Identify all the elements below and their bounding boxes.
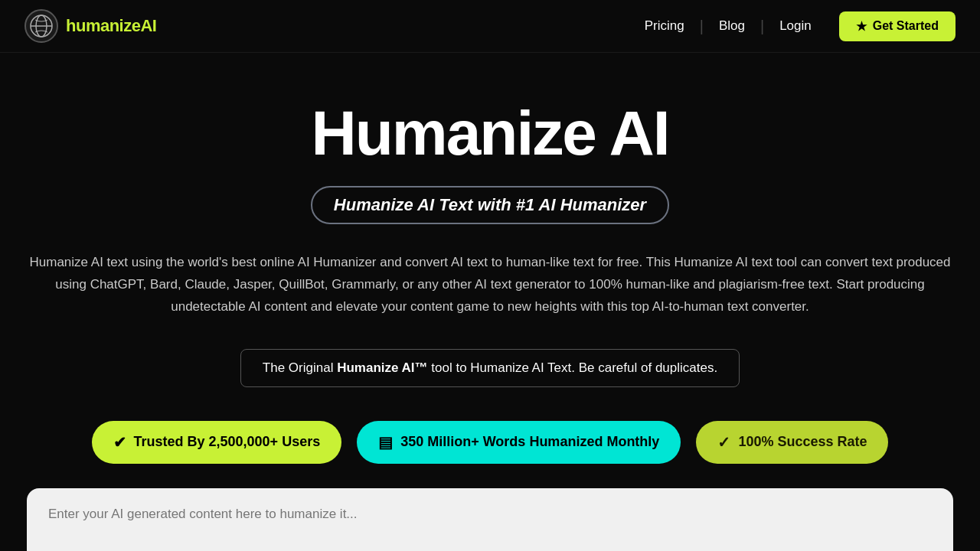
badge-trusted-users: ✔ Trusted By 2,500,000+ Users bbox=[92, 421, 342, 464]
nav-pricing[interactable]: Pricing bbox=[629, 12, 700, 40]
logo-text: humanizeAI bbox=[66, 16, 156, 36]
badge-words-label: 350 Million+ Words Humanized Monthly bbox=[400, 434, 659, 450]
notice-brand: Humanize AI™ bbox=[337, 360, 427, 375]
star-icon: ★ bbox=[856, 19, 867, 34]
checkmark-icon: ✓ bbox=[717, 433, 730, 452]
badge-success-rate: ✓ 100% Success Rate bbox=[696, 421, 888, 464]
subtitle-badge: Humanize AI Text with #1 AI Humanizer bbox=[311, 186, 669, 224]
badge-words-humanized: ▤ 350 Million+ Words Humanized Monthly bbox=[357, 421, 681, 464]
document-icon: ▤ bbox=[378, 433, 393, 452]
notice-suffix: tool to Humanize AI Text. Be careful of … bbox=[428, 360, 718, 375]
notice-box: The Original Humanize AI™ tool to Humani… bbox=[240, 349, 740, 387]
get-started-button[interactable]: ★ Get Started bbox=[839, 11, 956, 41]
nav-blog[interactable]: Blog bbox=[704, 12, 760, 40]
subtitle-text: Humanize AI Text with #1 AI Humanizer bbox=[334, 195, 646, 214]
hero-description: Humanize AI text using the world's best … bbox=[23, 252, 957, 318]
cta-label: Get Started bbox=[873, 19, 939, 33]
content-input-container bbox=[27, 488, 953, 551]
content-textarea[interactable] bbox=[48, 507, 932, 537]
main-content: Humanize AI Humanize AI Text with #1 AI … bbox=[0, 53, 980, 551]
logo-icon bbox=[24, 9, 58, 43]
check-circle-icon: ✔ bbox=[113, 433, 126, 452]
navbar: humanizeAI Pricing | Blog | Login ★ Get … bbox=[0, 0, 980, 53]
nav-links: Pricing | Blog | Login ★ Get Started bbox=[629, 11, 956, 41]
notice-prefix: The Original bbox=[263, 360, 337, 375]
logo[interactable]: humanizeAI bbox=[24, 9, 156, 43]
badge-trusted-label: Trusted By 2,500,000+ Users bbox=[134, 434, 321, 450]
badge-success-label: 100% Success Rate bbox=[738, 434, 867, 450]
page-title: Humanize AI bbox=[311, 99, 668, 168]
badges-row: ✔ Trusted By 2,500,000+ Users ▤ 350 Mill… bbox=[92, 421, 889, 464]
nav-login[interactable]: Login bbox=[764, 12, 827, 40]
